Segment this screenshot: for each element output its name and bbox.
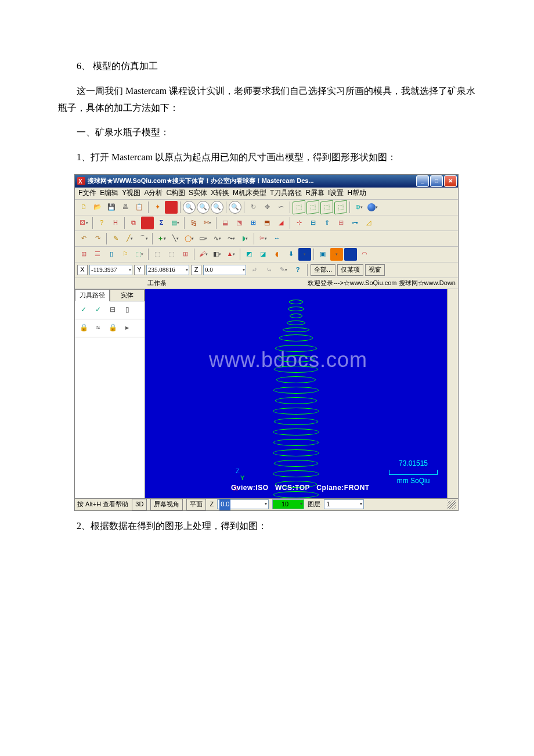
clipboard-icon[interactable]: 📋 bbox=[133, 201, 146, 214]
snap3-icon[interactable]: ✎ bbox=[277, 264, 290, 276]
op1-icon[interactable]: ◩ bbox=[243, 248, 255, 261]
chain-icon[interactable]: ⧉ bbox=[127, 217, 140, 229]
check-x-icon[interactable]: ✓ bbox=[92, 304, 104, 316]
trim-icon[interactable]: ✂ bbox=[257, 232, 269, 245]
maximize-button[interactable]: □ bbox=[430, 175, 443, 187]
titlebar[interactable]: 搜球网★WWW.SoQiu.com★搜天下体育！办公室内看球赛！Masterca… bbox=[75, 175, 458, 188]
op8-icon[interactable] bbox=[344, 248, 357, 261]
print-icon[interactable]: 🖶 bbox=[119, 201, 132, 214]
solid3-icon[interactable]: ⊞ bbox=[247, 217, 259, 229]
new-icon[interactable]: 🗋 bbox=[77, 201, 90, 214]
viewport[interactable]: www.bdocs.com bbox=[145, 289, 447, 498]
point-icon[interactable]: ＋ bbox=[155, 232, 168, 245]
solid4-icon[interactable]: ⬒ bbox=[261, 217, 273, 229]
check-icon[interactable]: ✓ bbox=[77, 304, 90, 316]
link-icon[interactable]: ⊶ bbox=[348, 217, 361, 229]
line2-icon[interactable]: ╲ bbox=[169, 232, 182, 245]
z-field[interactable]: 0.0 bbox=[217, 499, 269, 509]
lock2-icon[interactable]: 🔒 bbox=[106, 322, 119, 334]
rect-icon[interactable]: ▭ bbox=[197, 232, 210, 245]
solid1-icon[interactable]: ⬓ bbox=[219, 217, 232, 229]
paint-icon[interactable]: 🖌 bbox=[197, 248, 210, 261]
line-icon[interactable]: ╱ bbox=[123, 232, 136, 245]
undo-icon[interactable]: ↶ bbox=[77, 232, 90, 245]
mask-icon[interactable]: ▲ bbox=[225, 248, 237, 261]
xform-icon[interactable]: ✄ bbox=[201, 217, 214, 229]
shade-tri-icon[interactable]: ◿ bbox=[362, 217, 375, 229]
arrow-up-icon[interactable]: ⇧ bbox=[320, 217, 333, 229]
grid2-icon[interactable]: ☰ bbox=[91, 248, 104, 261]
page-icon[interactable]: ▯ bbox=[105, 248, 118, 261]
flag-icon[interactable]: ⚐ bbox=[119, 248, 132, 261]
y-label[interactable]: Y bbox=[134, 265, 145, 275]
expand-icon[interactable]: ▯ bbox=[121, 304, 134, 316]
save-icon[interactable]: 💾 bbox=[105, 201, 118, 214]
menu-edit[interactable]: E编辑 bbox=[100, 187, 118, 200]
contour-icon[interactable] bbox=[141, 217, 154, 229]
prev-view-icon[interactable]: ⤺ bbox=[275, 201, 287, 214]
shade-icon[interactable] bbox=[366, 201, 379, 214]
front-view-icon[interactable]: ⬚ bbox=[320, 200, 333, 214]
snap2-icon[interactable]: ⤿ bbox=[262, 264, 275, 276]
tab-solid[interactable]: 实体 bbox=[110, 289, 145, 301]
arc-icon[interactable]: ⌒ bbox=[137, 232, 150, 245]
only-button[interactable]: 仅某项 bbox=[337, 264, 363, 276]
x-label[interactable]: X bbox=[77, 265, 88, 275]
redo-icon[interactable]: ↷ bbox=[91, 232, 104, 245]
fit-icon[interactable]: ✦ bbox=[151, 201, 164, 214]
sel1-icon[interactable]: ⬚ bbox=[151, 248, 164, 261]
op5-icon[interactable] bbox=[298, 248, 311, 261]
lock-icon[interactable]: 🔒 bbox=[77, 322, 90, 334]
menu-toolpath[interactable]: T刀具路径 bbox=[270, 187, 302, 200]
snap1-icon[interactable]: ⤾ bbox=[248, 264, 261, 276]
x-value[interactable]: -119.3937 bbox=[89, 265, 132, 275]
op3-icon[interactable]: ◖ bbox=[270, 248, 283, 261]
pan-icon[interactable]: ✥ bbox=[261, 201, 273, 214]
axis-icon[interactable]: ⊹ bbox=[293, 217, 305, 229]
curve-icon[interactable]: ⤳ bbox=[225, 232, 237, 245]
z-label[interactable]: Z bbox=[191, 265, 201, 275]
cube-dd-icon[interactable]: ⬚ bbox=[133, 248, 146, 261]
op9-icon[interactable]: ◠ bbox=[358, 248, 371, 261]
surf-icon[interactable]: ◗ bbox=[239, 232, 251, 245]
next-icon[interactable]: ▸ bbox=[121, 322, 134, 334]
approx-icon[interactable]: ≈ bbox=[92, 322, 104, 334]
menu-solid[interactable]: S实体 bbox=[189, 187, 207, 200]
menu-cplane[interactable]: C构图 bbox=[166, 187, 185, 200]
fence-icon[interactable]: ⊟ bbox=[306, 217, 319, 229]
pencil-icon[interactable]: ✎ bbox=[109, 232, 122, 245]
right-toolbar[interactable] bbox=[447, 289, 458, 498]
layer-field[interactable]: 1 bbox=[324, 499, 364, 509]
op6-icon[interactable]: ▣ bbox=[316, 248, 329, 261]
menu-analyze[interactable]: A分析 bbox=[144, 187, 163, 200]
sum-icon[interactable]: Σ bbox=[155, 217, 168, 229]
tree-view[interactable] bbox=[75, 337, 145, 498]
iso-view-icon[interactable]: ⬚ bbox=[293, 200, 305, 214]
zoom-target-icon[interactable]: 🔍 bbox=[197, 201, 210, 214]
circle-icon[interactable]: ◯ bbox=[183, 232, 196, 245]
open-icon[interactable]: 📂 bbox=[91, 201, 104, 214]
mode-3d-button[interactable]: 3D bbox=[132, 499, 147, 510]
menu-file[interactable]: F文件 bbox=[78, 187, 96, 200]
dim-icon[interactable]: ↔ bbox=[270, 232, 283, 245]
y-value[interactable]: 235.08816 bbox=[146, 265, 189, 275]
zoom-window-icon[interactable]: 🔍 bbox=[183, 201, 196, 214]
plane-button[interactable]: 平面 bbox=[186, 499, 206, 510]
all-button[interactable]: 全部... bbox=[311, 264, 335, 276]
solid2-icon[interactable]: ⬔ bbox=[233, 217, 246, 229]
help-icon[interactable]: ? bbox=[291, 264, 304, 276]
distance-icon[interactable]: H bbox=[109, 217, 122, 229]
solid5-icon[interactable]: ◢ bbox=[275, 217, 287, 229]
menu-machine[interactable]: M机床类型 bbox=[233, 187, 266, 200]
top-view-icon[interactable]: ⬚ bbox=[306, 200, 319, 214]
delete-icon[interactable]: ⛝ bbox=[77, 217, 90, 229]
view-button[interactable]: 视窗 bbox=[365, 264, 385, 276]
menu-screen[interactable]: R屏幕 bbox=[305, 187, 324, 200]
menu-settings[interactable]: I设置 bbox=[328, 187, 344, 200]
zoom-in-icon[interactable]: 🔍 bbox=[211, 201, 223, 214]
spline-icon[interactable]: ∿ bbox=[211, 232, 223, 245]
wireframe-icon[interactable]: ⊕ bbox=[352, 201, 365, 214]
menu-xform[interactable]: X转换 bbox=[211, 187, 229, 200]
sel3-icon[interactable]: ⊞ bbox=[179, 248, 192, 261]
minimize-button[interactable]: _ bbox=[416, 175, 429, 187]
